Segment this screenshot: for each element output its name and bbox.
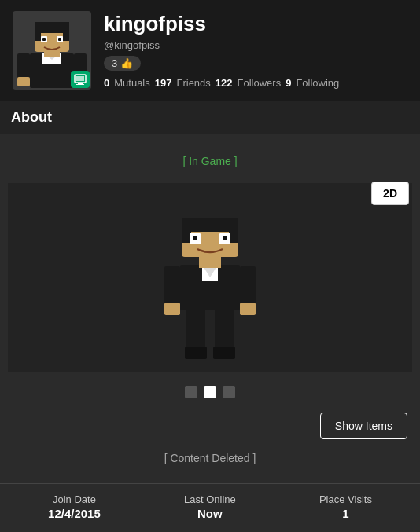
svg-rect-11 (42, 38, 46, 41)
about-title: About (11, 109, 52, 125)
svg-rect-30 (164, 303, 180, 315)
friends-label: Friends (176, 77, 210, 89)
svg-rect-8 (63, 22, 69, 41)
2d-button[interactable]: 2D (371, 182, 409, 205)
stats-row: 0 Mutuals 197 Friends 122 Followers 9 Fo… (104, 77, 339, 89)
svg-rect-31 (240, 303, 256, 315)
content-deleted: [ Content Deleted ] (8, 444, 412, 475)
stats-footer: Join Date 12/4/2015 Last Online Now Plac… (0, 483, 420, 530)
carousel-dot-3[interactable] (223, 386, 235, 398)
join-date-value: 12/4/2015 (48, 507, 101, 520)
svg-rect-29 (240, 266, 256, 306)
last-online-label: Last Online (184, 493, 236, 505)
following-count: 9 (286, 77, 291, 89)
place-visits-value: 1 (342, 507, 348, 520)
carousel-dot-2[interactable] (204, 386, 216, 398)
profile-header: kingofpiss @kingofpiss 3 👍 0 Mutuals 197… (0, 0, 420, 101)
svg-rect-18 (78, 83, 83, 84)
svg-rect-21 (186, 306, 205, 353)
carousel-dot-1[interactable] (185, 386, 197, 398)
svg-rect-24 (213, 347, 235, 359)
about-section-header: About (0, 101, 420, 134)
svg-rect-12 (58, 38, 61, 41)
svg-rect-40 (223, 236, 227, 240)
svg-rect-19 (76, 84, 84, 85)
online-badge (71, 71, 90, 88)
svg-rect-22 (215, 306, 234, 353)
thumbs-up-icon: 👍 (120, 57, 133, 69)
svg-rect-23 (185, 347, 207, 359)
join-date-col: Join Date 12/4/2015 (48, 493, 101, 520)
likes-row: 3 👍 (104, 56, 339, 71)
mutuals-label: Mutuals (114, 77, 150, 89)
likes-count: 3 (112, 57, 117, 69)
svg-rect-39 (193, 236, 197, 240)
last-online-value: Now (197, 507, 223, 520)
last-online-col: Last Online Now (184, 493, 236, 520)
mutuals-count: 0 (104, 77, 109, 89)
username: kingofpiss (104, 12, 339, 36)
svg-rect-7 (35, 22, 41, 41)
followers-count: 122 (216, 77, 233, 89)
in-game-status: [ In Game ] (8, 142, 412, 175)
following-label: Following (296, 77, 339, 89)
svg-rect-13 (17, 53, 30, 80)
carousel-dots (8, 380, 412, 405)
content-area: [ In Game ] 2D (0, 134, 420, 483)
followers-label: Followers (238, 77, 282, 89)
show-items-button[interactable]: Show Items (320, 413, 407, 439)
avatar-display (8, 183, 412, 372)
avatar-wrapper (13, 11, 91, 90)
place-visits-col: Place Visits 1 (319, 493, 372, 520)
user-handle: @kingofpiss (104, 39, 339, 51)
show-items-area: Show Items (8, 405, 412, 444)
friends-count: 197 (155, 77, 172, 89)
svg-rect-28 (164, 266, 180, 306)
svg-rect-20 (76, 76, 84, 81)
likes-badge: 3 👍 (104, 56, 141, 71)
join-date-label: Join Date (53, 493, 96, 505)
user-info: kingofpiss @kingofpiss 3 👍 0 Mutuals 197… (104, 12, 339, 89)
svg-rect-15 (17, 77, 30, 86)
place-visits-label: Place Visits (319, 493, 372, 505)
